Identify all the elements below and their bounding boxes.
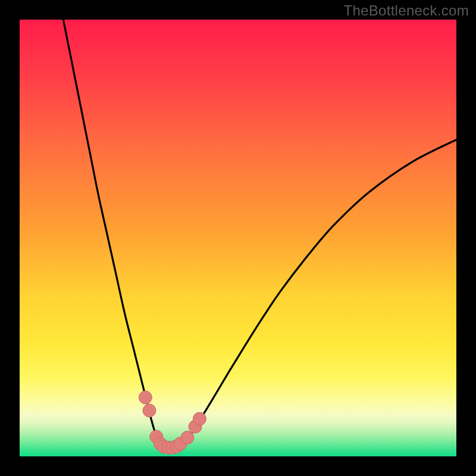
curve-marker <box>143 404 156 417</box>
curve-marker <box>181 431 194 444</box>
outer-frame: TheBottleneck.com <box>0 0 476 476</box>
gradient-background <box>20 20 456 456</box>
plot-area <box>20 20 456 456</box>
chart-canvas <box>20 20 456 456</box>
curve-marker <box>193 412 206 425</box>
curve-marker <box>139 391 152 404</box>
attribution-text: TheBottleneck.com <box>343 2 469 19</box>
